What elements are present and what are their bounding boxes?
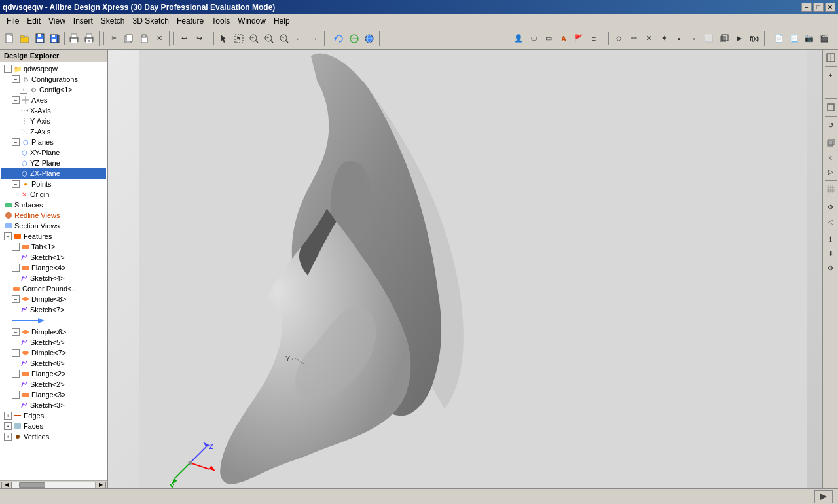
menu-edit[interactable]: Edit bbox=[23, 15, 45, 27]
tree-item-features[interactable]: − Features bbox=[1, 231, 106, 242]
save-button[interactable] bbox=[33, 31, 47, 46]
rt-zoom-btn[interactable]: + bbox=[824, 69, 837, 82]
tree-item-surfaces[interactable]: Surfaces bbox=[1, 200, 106, 210]
rt-info-btn[interactable]: ℹ bbox=[824, 232, 837, 245]
expand-features[interactable]: − bbox=[4, 232, 12, 240]
tree-item-zxplane[interactable]: ⬡ ZX-Plane bbox=[1, 168, 106, 179]
film-button[interactable]: 🎬 bbox=[817, 31, 831, 46]
x-button[interactable]: ✕ bbox=[642, 31, 656, 46]
expand-planes[interactable]: − bbox=[12, 138, 20, 146]
doc2-button[interactable]: 📃 bbox=[787, 31, 801, 46]
menu-tools[interactable]: Tools bbox=[208, 15, 234, 27]
shape1-button[interactable]: ◇ bbox=[611, 31, 626, 46]
list-button[interactable]: ≡ bbox=[587, 31, 601, 46]
rt-arrow-btn[interactable]: ◁ bbox=[824, 215, 837, 228]
tree-item-dimple7[interactable]: − Dimple<7> bbox=[1, 348, 106, 358]
flag-button[interactable]: 🚩 bbox=[572, 31, 586, 46]
scroll-left-btn[interactable]: ◀ bbox=[1, 482, 12, 488]
doc1-button[interactable]: 📄 bbox=[772, 31, 786, 46]
rt-config-btn[interactable]: ⚙ bbox=[824, 261, 837, 274]
open-button[interactable] bbox=[18, 31, 32, 46]
status-expand-btn[interactable] bbox=[814, 490, 833, 503]
paste-button[interactable] bbox=[137, 31, 151, 46]
select-button[interactable] bbox=[217, 31, 231, 46]
tree-item-sketch6[interactable]: Sketch<6> bbox=[1, 358, 106, 369]
person-icon[interactable]: 👤 bbox=[511, 31, 526, 46]
tree-item-sketch5[interactable]: Sketch<5> bbox=[1, 337, 106, 348]
zoom-in-button[interactable]: + bbox=[262, 31, 276, 46]
tree-item-flange4[interactable]: − Flange<4> bbox=[1, 262, 106, 273]
rt-left-btn[interactable]: ◁ bbox=[824, 151, 837, 164]
expand-edges[interactable]: + bbox=[4, 412, 12, 420]
zoom-area-button[interactable]: + bbox=[247, 31, 261, 46]
pan-right-button[interactable]: → bbox=[307, 31, 321, 46]
menu-insert[interactable]: Insert bbox=[69, 15, 97, 27]
a-button[interactable]: A bbox=[556, 31, 571, 46]
expand-vertices[interactable]: + bbox=[4, 433, 12, 441]
minimize-button[interactable]: − bbox=[801, 3, 812, 12]
redo-button[interactable]: ↪ bbox=[192, 31, 206, 46]
zoom-out-button[interactable]: − bbox=[277, 31, 291, 46]
tree-item-edges[interactable]: + Edges bbox=[1, 410, 106, 421]
rotate-button[interactable] bbox=[332, 31, 346, 46]
rt-rotate-btn[interactable]: ↺ bbox=[824, 118, 837, 132]
cube2-button[interactable]: ▫ bbox=[687, 31, 701, 46]
maximize-button[interactable]: □ bbox=[813, 3, 824, 12]
expand-points[interactable]: − bbox=[12, 180, 20, 188]
print2-button[interactable]: P bbox=[82, 31, 96, 46]
rt-zoomout-btn[interactable]: − bbox=[824, 83, 837, 96]
tree-item-root[interactable]: − 📁 qdwsqeqw bbox=[1, 63, 106, 74]
tree-item-zaxis[interactable]: Z-Axis bbox=[1, 126, 106, 137]
menu-help[interactable]: Help bbox=[270, 15, 294, 27]
close-button[interactable]: ✕ bbox=[825, 3, 835, 12]
expand-faces[interactable]: + bbox=[4, 422, 12, 430]
cube4-button[interactable] bbox=[717, 31, 731, 46]
tree-item-xyplane[interactable]: ⬡ XY-Plane bbox=[1, 147, 106, 158]
tree-item-sketch1[interactable]: Sketch<1> bbox=[1, 252, 106, 262]
cube3-button[interactable]: ⬜ bbox=[702, 31, 716, 46]
expand-flange2[interactable]: − bbox=[12, 370, 20, 378]
expand-flange3[interactable]: − bbox=[12, 391, 20, 399]
undo-button[interactable]: ↩ bbox=[177, 31, 191, 46]
tree-item-flange3[interactable]: − Flange<3> bbox=[1, 389, 106, 400]
tree-item-section[interactable]: Section Views bbox=[1, 221, 106, 231]
new-button[interactable] bbox=[3, 31, 17, 46]
expand-dimple7[interactable]: − bbox=[12, 349, 20, 357]
tree-item-xaxis[interactable]: X-Axis bbox=[1, 105, 106, 116]
oval-button[interactable]: ⬭ bbox=[526, 31, 541, 46]
tree-item-sketch2[interactable]: Sketch<2> bbox=[1, 379, 106, 389]
copy-button[interactable] bbox=[122, 31, 136, 46]
star-button[interactable]: ✦ bbox=[657, 31, 671, 46]
rt-view1-btn[interactable] bbox=[824, 101, 837, 114]
expand-tab1[interactable]: − bbox=[12, 243, 20, 251]
tree-item-dimple8[interactable]: − Dimple<8> bbox=[1, 294, 106, 304]
expand-configurations[interactable]: − bbox=[12, 75, 20, 83]
h-scrollbar[interactable] bbox=[12, 482, 96, 488]
expand-axes[interactable]: − bbox=[12, 96, 20, 104]
cube1-button[interactable]: ▪ bbox=[672, 31, 686, 46]
tree-item-vertices[interactable]: + Vertices bbox=[1, 431, 106, 442]
tree-item-dimple6[interactable]: − Dimple<6> bbox=[1, 327, 106, 337]
tree-item-tab1[interactable]: − Tab<1> bbox=[1, 242, 106, 252]
pencil-button[interactable]: ✏ bbox=[627, 31, 641, 46]
tree-item-cornerround[interactable]: Corner Round<... bbox=[1, 283, 106, 294]
tree-item-yaxis[interactable]: Y-Axis bbox=[1, 116, 106, 126]
tree-item-sketch7[interactable]: Sketch<7> bbox=[1, 304, 106, 315]
select2-button[interactable] bbox=[232, 31, 246, 46]
tree-area[interactable]: − 📁 qdwsqeqw − ⚙ Configurations + ⚙ Conf… bbox=[0, 62, 107, 480]
expand-config1[interactable]: + bbox=[20, 86, 27, 94]
rt-select-btn[interactable] bbox=[824, 51, 837, 64]
rt-settings-btn[interactable]: ⚙ bbox=[824, 200, 837, 213]
globe-button[interactable] bbox=[362, 31, 376, 46]
expand-dimple8[interactable]: − bbox=[12, 295, 20, 303]
menu-file[interactable]: File bbox=[3, 15, 23, 27]
pan-left-button[interactable]: ← bbox=[292, 31, 306, 46]
menu-3dsketch[interactable]: 3D Sketch bbox=[129, 15, 173, 27]
expand-flange4[interactable]: − bbox=[12, 264, 20, 272]
tree-item-sketch3[interactable]: Sketch<3> bbox=[1, 400, 106, 410]
viewport[interactable]: Y Z Y← + − bbox=[108, 50, 838, 488]
tree-item-faces[interactable]: + Faces bbox=[1, 421, 106, 431]
tree-item-axes[interactable]: − Axes bbox=[1, 95, 106, 105]
rect-button[interactable]: ▭ bbox=[541, 31, 556, 46]
tree-item-arrow[interactable] bbox=[1, 315, 106, 327]
